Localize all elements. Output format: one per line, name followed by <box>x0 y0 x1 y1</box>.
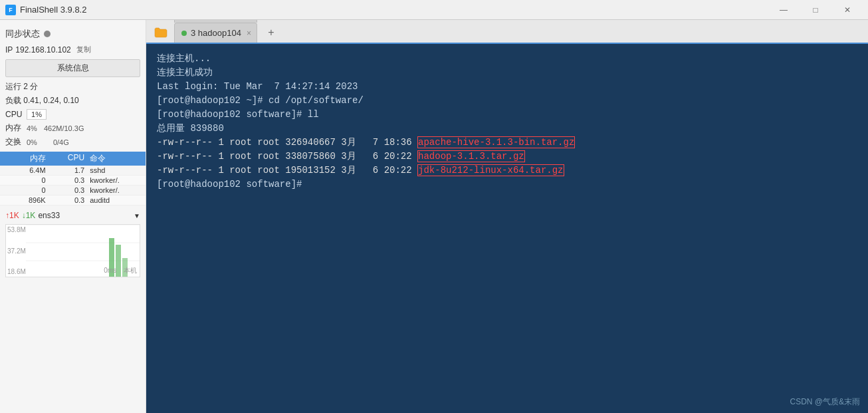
swap-detail: 0/4G <box>53 138 69 146</box>
run-time-row: 运行 2 分 <box>0 80 146 94</box>
cpu-label: CPU <box>5 110 24 119</box>
process-table: 内存 CPU 命令 6.4M 1.7 sshd 0 0.3 kworker/. … <box>0 152 146 206</box>
graph-bottom-label: 0ms 本机 <box>104 266 137 275</box>
proc-table-header: 内存 CPU 命令 <box>0 152 146 166</box>
proc-row: 0 0.3 kworker/. <box>0 176 146 186</box>
close-button[interactable]: ✕ <box>832 0 863 20</box>
terminal-lines: 连接主机...连接主机成功Last login: Tue Mar 7 14:27… <box>157 52 857 192</box>
proc-cpu: 0.3 <box>49 186 88 194</box>
mem-row: 内存 4% 462M/10.3G <box>0 121 146 135</box>
mem-detail: 462M/10.3G <box>44 124 84 132</box>
tab-close-button[interactable]: × <box>247 29 251 38</box>
term-line: -rw-r--r-- 1 root root 338075860 3月 6 20… <box>157 150 857 164</box>
folder-icon[interactable] <box>149 23 173 43</box>
add-tab-button[interactable]: + <box>261 23 281 43</box>
sync-status: 同步状态 <box>0 25 146 43</box>
tab-dot <box>181 31 187 36</box>
app-title: FinalShell 3.9.8.2 <box>20 5 768 15</box>
ip-label: IP <box>5 45 13 55</box>
sync-dot <box>44 31 51 37</box>
term-line: [root@hadoop102 ~]# cd /opt/software/ <box>157 94 857 108</box>
term-line: 连接主机成功 <box>157 66 857 80</box>
proc-cmd: kworker/. <box>87 176 143 184</box>
proc-mem: 896K <box>3 196 49 204</box>
proc-cpu: 0.3 <box>49 196 88 204</box>
proc-cpu: 1.7 <box>49 166 88 174</box>
net-up-label: ↑1K <box>5 211 19 220</box>
tab-list: 1 hadoop102 × 2 hadoop103 × 3 hadoop104 … <box>174 20 257 43</box>
proc-header-mem: 内存 <box>3 153 49 164</box>
swap-label: 交换 <box>5 136 24 148</box>
cpu-bar-container: 1% <box>27 109 140 120</box>
cpu-row: CPU 1% <box>0 108 146 121</box>
term-line: 连接主机... <box>157 52 857 66</box>
proc-row: 6.4M 1.7 sshd <box>0 166 146 176</box>
proc-rows: 6.4M 1.7 sshd 0 0.3 kworker/. 0 0.3 kwor… <box>0 166 146 206</box>
net-down-label: ↓1K <box>22 211 36 220</box>
tab-label: 3 hadoop104 <box>191 28 241 38</box>
proc-mem: 6.4M <box>3 166 49 174</box>
proc-cmd: sshd <box>87 166 143 174</box>
term-line: [root@hadoop102 software]# <box>157 178 857 192</box>
tab-bar: 1 hadoop102 × 2 hadoop103 × 3 hadoop104 … <box>146 20 868 44</box>
ip-row: IP 192.168.10.102 复制 <box>0 43 146 57</box>
watermark: CSDN @气质&末雨 <box>790 396 860 408</box>
run-time: 运行 2 分 <box>5 81 38 92</box>
mem-label: 内存 <box>5 122 24 134</box>
proc-row: 896K 0.3 auditd <box>0 196 146 206</box>
proc-header-cpu: CPU <box>49 153 88 164</box>
minimize-button[interactable]: — <box>768 0 799 20</box>
graph-label-mid: 37.2M <box>7 247 26 255</box>
graph-label-top: 53.8M <box>7 226 26 233</box>
net-graph: 53.8M 37.2M 18.6M 0ms 本机 <box>5 224 140 277</box>
swap-row: 交换 0% 0/4G <box>0 135 146 149</box>
term-line: -rw-r--r-- 1 root root 326940667 3月 7 18… <box>157 136 857 150</box>
maximize-button[interactable]: □ <box>800 0 831 20</box>
load-value: 负载 0.41, 0.24, 0.10 <box>5 95 79 106</box>
folder-svg <box>154 27 167 38</box>
sync-label: 同步状态 <box>5 28 40 40</box>
proc-mem: 0 <box>3 176 49 184</box>
sys-info-button[interactable]: 系统信息 <box>5 59 140 77</box>
net-arrow-icon: ▼ <box>134 212 140 219</box>
terminal[interactable]: 连接主机...连接主机成功Last login: Tue Mar 7 14:27… <box>146 44 868 413</box>
proc-cmd: auditd <box>87 196 143 204</box>
term-line: [root@hadoop102 software]# ll <box>157 108 857 122</box>
sidebar: 同步状态 IP 192.168.10.102 复制 系统信息 运行 2 分 负载… <box>0 20 146 413</box>
proc-cmd: kworker/. <box>87 186 143 194</box>
tab-3[interactable]: 3 hadoop104 × <box>174 23 257 43</box>
net-row: ↑1K ↓1K ens33 ▼ <box>0 209 146 221</box>
load-row: 负载 0.41, 0.24, 0.10 <box>0 94 146 108</box>
term-line: 总用量 839880 <box>157 122 857 136</box>
swap-percent: 0% <box>27 138 37 146</box>
term-line: -rw-r--r-- 1 root root 195013152 3月 6 20… <box>157 164 857 178</box>
graph-label-bot: 18.6M <box>7 268 26 275</box>
net-iface: ens33 <box>38 211 131 220</box>
app-icon: F <box>5 5 16 15</box>
main-layout: 同步状态 IP 192.168.10.102 复制 系统信息 运行 2 分 负载… <box>0 20 868 413</box>
window-controls: — □ ✕ <box>768 0 863 20</box>
proc-mem: 0 <box>3 186 49 194</box>
proc-row: 0 0.3 kworker/. <box>0 186 146 196</box>
cpu-value: 1% <box>27 109 47 120</box>
titlebar: F FinalShell 3.9.8.2 — □ ✕ <box>0 0 868 20</box>
graph-labels: 53.8M 37.2M 18.6M <box>7 225 26 277</box>
ip-value: 192.168.10.102 <box>15 45 70 55</box>
copy-button[interactable]: 复制 <box>74 44 94 55</box>
proc-header-cmd: 命令 <box>87 153 143 164</box>
content-area: 1 hadoop102 × 2 hadoop103 × 3 hadoop104 … <box>146 20 868 413</box>
term-line: Last login: Tue Mar 7 14:27:14 2023 <box>157 80 857 94</box>
proc-cpu: 0.3 <box>49 176 88 184</box>
mem-percent: 4% <box>27 124 37 132</box>
